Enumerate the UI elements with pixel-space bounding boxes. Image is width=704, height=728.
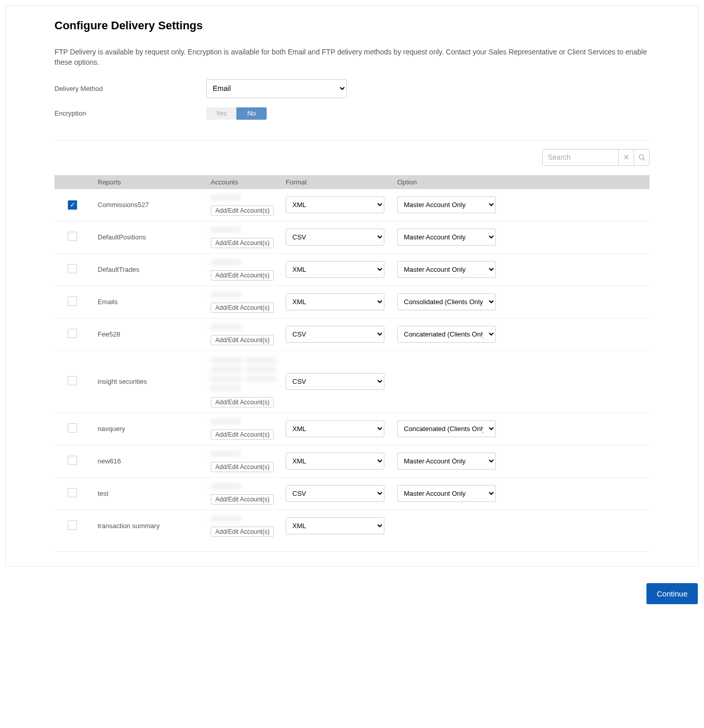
- report-name: new616: [96, 445, 209, 477]
- format-select[interactable]: XML: [286, 517, 384, 534]
- option-select[interactable]: Master Account Only: [397, 485, 496, 502]
- add-edit-accounts-button[interactable]: Add/Edit Account(s): [211, 238, 274, 248]
- add-edit-accounts-button[interactable]: Add/Edit Account(s): [211, 494, 274, 505]
- header-accounts: Accounts: [209, 175, 284, 189]
- report-name: DefaultPositions: [96, 221, 209, 253]
- row-checkbox[interactable]: [68, 456, 77, 465]
- table-row: EmailsXXXXXXXAdd/Edit Account(s)XMLConso…: [54, 286, 650, 318]
- reports-table: Reports Accounts Format Option ✓Commissi…: [54, 175, 650, 542]
- row-checkbox[interactable]: [68, 264, 77, 273]
- option-select[interactable]: Master Account Only: [397, 196, 496, 213]
- search-icon: [638, 154, 645, 161]
- add-edit-accounts-button[interactable]: Add/Edit Account(s): [211, 303, 274, 313]
- row-checkbox[interactable]: [68, 376, 77, 385]
- option-select[interactable]: Master Account Only: [397, 453, 496, 470]
- format-select[interactable]: CSV: [286, 229, 384, 246]
- report-name: Fee528: [96, 318, 209, 350]
- add-edit-accounts-button[interactable]: Add/Edit Account(s): [211, 335, 274, 345]
- add-edit-accounts-button[interactable]: Add/Edit Account(s): [211, 270, 274, 281]
- add-edit-accounts-button[interactable]: Add/Edit Account(s): [211, 527, 274, 537]
- row-checkbox[interactable]: ✓: [68, 200, 77, 210]
- report-name: test: [96, 477, 209, 510]
- footer: Continue: [5, 567, 699, 604]
- encryption-toggle: Yes No: [206, 107, 267, 120]
- table-row: transaction summaryXXXXXXXAdd/Edit Accou…: [54, 510, 650, 542]
- table-row: testXXXXXXXAdd/Edit Account(s)CSVMaster …: [54, 477, 650, 510]
- row-checkbox[interactable]: [68, 232, 77, 241]
- delivery-method-row: Delivery Method Email: [54, 79, 650, 98]
- accounts-redacted: XXXXXXX, XXXXXXXXXXXXXX, XXXXXXXXXXXXXX,…: [211, 356, 276, 393]
- format-select[interactable]: CSV: [286, 373, 384, 390]
- encryption-row: Encryption Yes No: [54, 107, 650, 120]
- accounts-redacted: XXXXXXX: [211, 259, 242, 266]
- option-select[interactable]: Concatenated (Clients Only): [397, 326, 496, 343]
- report-name: Emails: [96, 286, 209, 318]
- row-checkbox[interactable]: [68, 296, 77, 306]
- report-name: insight securities: [96, 350, 209, 413]
- header-reports: Reports: [96, 175, 209, 189]
- encryption-yes-button[interactable]: Yes: [206, 107, 236, 120]
- add-edit-accounts-button[interactable]: Add/Edit Account(s): [211, 430, 274, 440]
- report-name: Commissions527: [96, 189, 209, 221]
- add-edit-accounts-button[interactable]: Add/Edit Account(s): [211, 462, 274, 472]
- row-checkbox[interactable]: [68, 423, 77, 433]
- table-row: DefaultPositionsXXXXXXXAdd/Edit Account(…: [54, 221, 650, 253]
- format-select[interactable]: CSV: [286, 326, 384, 343]
- table-row: navqueryXXXXXXXAdd/Edit Account(s)XMLCon…: [54, 413, 650, 445]
- divider-bottom: [54, 551, 650, 552]
- row-checkbox[interactable]: [68, 329, 77, 338]
- table-row: insight securitiesXXXXXXX, XXXXXXXXXXXXX…: [54, 350, 650, 413]
- table-row: Fee528XXXXXXXAdd/Edit Account(s)CSVConca…: [54, 318, 650, 350]
- report-name: navquery: [96, 413, 209, 445]
- page-title: Configure Delivery Settings: [54, 19, 650, 32]
- close-icon: ✕: [623, 154, 629, 161]
- add-edit-accounts-button[interactable]: Add/Edit Account(s): [211, 206, 274, 216]
- report-name: DefaultTrades: [96, 253, 209, 286]
- settings-panel: Configure Delivery Settings FTP Delivery…: [5, 5, 699, 567]
- format-select[interactable]: XML: [286, 196, 384, 213]
- table-row: ✓Commissions527XXXXXXXAdd/Edit Account(s…: [54, 189, 650, 221]
- accounts-redacted: XXXXXXX: [211, 451, 242, 458]
- encryption-label: Encryption: [54, 109, 206, 117]
- search-input[interactable]: [543, 150, 618, 165]
- search-bar: ✕: [54, 149, 650, 166]
- add-edit-accounts-button[interactable]: Add/Edit Account(s): [211, 397, 274, 407]
- accounts-redacted: XXXXXXX: [211, 515, 242, 522]
- accounts-redacted: XXXXXXX: [211, 194, 242, 201]
- accounts-redacted: XXXXXXX: [211, 483, 242, 490]
- header-option: Option: [395, 175, 650, 189]
- format-select[interactable]: XML: [286, 293, 384, 310]
- divider: [54, 140, 650, 141]
- row-checkbox[interactable]: [68, 488, 77, 497]
- option-select[interactable]: Consolidated (Clients Only): [397, 293, 496, 310]
- svg-line-1: [643, 159, 645, 161]
- option-select[interactable]: Master Account Only: [397, 261, 496, 278]
- format-select[interactable]: XML: [286, 261, 384, 278]
- encryption-no-button[interactable]: No: [236, 107, 267, 120]
- delivery-method-select[interactable]: Email: [206, 79, 347, 98]
- intro-text: FTP Delivery is available by request onl…: [54, 47, 650, 68]
- header-format: Format: [284, 175, 395, 189]
- accounts-redacted: XXXXXXX: [211, 227, 242, 234]
- accounts-redacted: XXXXXXX: [211, 324, 242, 331]
- svg-point-0: [639, 155, 643, 159]
- accounts-redacted: XXXXXXX: [211, 291, 242, 298]
- delivery-method-label: Delivery Method: [54, 85, 206, 92]
- table-row: DefaultTradesXXXXXXXAdd/Edit Account(s)X…: [54, 253, 650, 286]
- continue-button[interactable]: Continue: [646, 583, 698, 604]
- format-select[interactable]: XML: [286, 453, 384, 470]
- search-wrap: ✕: [542, 149, 650, 166]
- format-select[interactable]: XML: [286, 420, 384, 437]
- table-row: new616XXXXXXXAdd/Edit Account(s)XMLMaste…: [54, 445, 650, 477]
- search-clear-button[interactable]: ✕: [618, 150, 634, 165]
- format-select[interactable]: CSV: [286, 485, 384, 502]
- row-checkbox[interactable]: [68, 520, 77, 530]
- search-submit-button[interactable]: [634, 150, 649, 165]
- accounts-redacted: XXXXXXX: [211, 418, 242, 425]
- report-name: transaction summary: [96, 510, 209, 542]
- option-select[interactable]: Master Account Only: [397, 229, 496, 246]
- option-select[interactable]: Concatenated (Clients Only): [397, 420, 496, 437]
